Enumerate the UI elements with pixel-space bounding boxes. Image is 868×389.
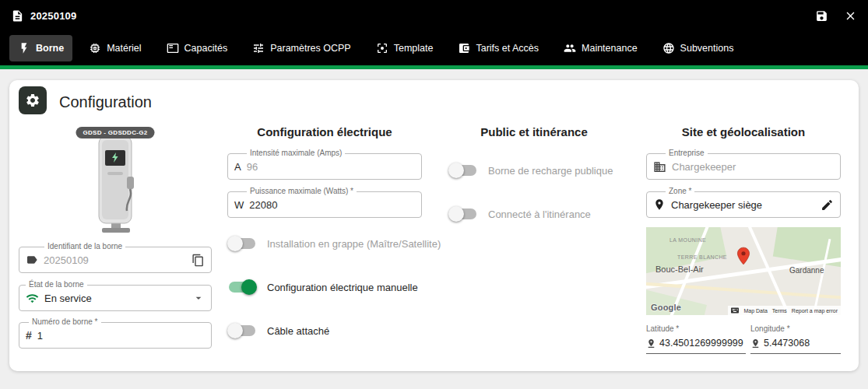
- max-amps-input[interactable]: [247, 161, 415, 173]
- zone-field[interactable]: Zone *: [646, 191, 841, 218]
- tab-maintenance[interactable]: Maintenance: [555, 35, 646, 61]
- titlebar-left: 20250109: [11, 9, 76, 23]
- toggle-thumb: [448, 163, 464, 178]
- pin-drop-icon: [646, 338, 656, 349]
- accent-bar: [0, 65, 868, 69]
- longitude-field[interactable]: Longitude *: [750, 324, 841, 354]
- state-label: État de la borne: [26, 280, 87, 289]
- max-watts-field[interactable]: Puissance maximale (Watts) * W: [227, 191, 422, 218]
- people-icon: [564, 42, 576, 54]
- state-select[interactable]: État de la borne: [19, 285, 212, 311]
- hash-icon: #: [26, 329, 32, 342]
- tab-subventions[interactable]: Subventions: [654, 35, 743, 61]
- map-data-link[interactable]: Map Data: [743, 308, 767, 314]
- keyboard-icon: [731, 307, 739, 314]
- map-pin-icon[interactable]: [733, 246, 754, 266]
- toggle-thumb: [227, 323, 243, 338]
- map-town-label: Bouc-Bel-Air: [655, 265, 704, 274]
- copy-icon[interactable]: [192, 254, 205, 267]
- tab-bar: Borne Matériel Capacités Paramètres OCPP…: [0, 31, 868, 65]
- cluster-toggle-label: Installation en grappe (Maître/Satellite…: [267, 238, 441, 250]
- longitude-label: Longitude *: [750, 324, 841, 333]
- place-icon: [653, 198, 666, 211]
- report-map-error-link[interactable]: Report a map error: [792, 308, 838, 314]
- globe-icon: [662, 42, 675, 54]
- building-icon: [653, 160, 666, 173]
- latitude-label: Latitude *: [646, 324, 746, 333]
- roaming-heading: Public et itinérance: [441, 125, 627, 138]
- configuration-card: Configuration GDSD - GDSDDC-G2 Identifia…: [9, 80, 859, 371]
- max-watts-input[interactable]: [249, 199, 415, 211]
- max-amps-field[interactable]: Intensité maximale (Amps) A: [227, 153, 422, 180]
- titlebar-right: [815, 9, 857, 23]
- tab-tarifs-acces[interactable]: Tarifs et Accès: [449, 35, 547, 61]
- latitude-input[interactable]: [659, 338, 746, 349]
- map-area-label: LA MOUNINE: [669, 237, 706, 243]
- attached-cable-toggle[interactable]: [229, 325, 255, 336]
- number-input[interactable]: [37, 330, 205, 342]
- manual-config-toggle[interactable]: [229, 282, 255, 293]
- bolt-icon: [18, 42, 30, 54]
- public-charging-toggle[interactable]: [450, 165, 476, 176]
- toggle-thumb: [227, 236, 243, 251]
- longitude-input[interactable]: [764, 338, 841, 349]
- template-icon: [376, 42, 388, 54]
- device-model-badge: GDSD - GDSDDC-G2: [76, 127, 154, 138]
- tag-icon: [26, 254, 38, 266]
- company-input[interactable]: [672, 161, 834, 173]
- attached-cable-toggle-label: Câble attaché: [267, 325, 329, 337]
- tab-label: Matériel: [107, 43, 141, 54]
- zone-label: Zone *: [666, 187, 694, 195]
- site-heading: Site et géolocalisation: [646, 125, 841, 138]
- map-attribution: Map Data Terms Report a map error: [728, 306, 841, 315]
- tab-label: Template: [394, 43, 434, 54]
- amps-unit-prefix: A: [234, 161, 241, 173]
- identifier-input[interactable]: [44, 254, 186, 266]
- public-charging-toggle-label: Borne de recharge publique: [488, 165, 613, 177]
- identifier-label: Identifiant de la borne: [44, 242, 125, 251]
- attached-cable-toggle-row: Câble attaché: [229, 321, 329, 340]
- list-card-icon: [167, 42, 179, 54]
- zone-input[interactable]: [671, 199, 815, 211]
- tab-materiel[interactable]: Matériel: [80, 35, 149, 61]
- save-button[interactable]: [815, 9, 828, 23]
- tab-label: Paramètres OCPP: [270, 43, 351, 54]
- window-title: 20250109: [30, 10, 76, 22]
- map-area-label: TERRE BLANCHE: [677, 254, 727, 260]
- document-icon: [11, 9, 24, 23]
- tab-borne[interactable]: Borne: [9, 35, 72, 61]
- public-charging-toggle-row: Borne de recharge publique: [450, 161, 613, 180]
- cluster-toggle[interactable]: [229, 238, 255, 249]
- latitude-field[interactable]: Latitude *: [646, 324, 746, 354]
- number-field[interactable]: Numéro de borne * #: [19, 322, 212, 349]
- close-button[interactable]: [844, 9, 857, 23]
- company-field[interactable]: Entreprise: [646, 153, 841, 180]
- manual-config-toggle-row: Configuration électrique manuelle: [229, 278, 418, 296]
- manual-config-toggle-label: Configuration électrique manuelle: [267, 282, 418, 293]
- terms-link[interactable]: Terms: [772, 308, 787, 314]
- identifier-field[interactable]: Identifiant de la borne: [19, 247, 212, 273]
- page-title: Configuration: [59, 93, 152, 111]
- toggle-thumb: [448, 206, 464, 222]
- toggle-thumb: [241, 279, 257, 295]
- edit-pencil-icon[interactable]: [821, 198, 834, 212]
- chevron-down-icon[interactable]: [192, 292, 205, 304]
- watts-unit-prefix: W: [234, 199, 244, 211]
- wifi-icon: [26, 292, 39, 305]
- gear-icon: [19, 86, 47, 114]
- tab-capacites[interactable]: Capacités: [158, 35, 237, 61]
- company-label: Entreprise: [666, 149, 708, 157]
- max-watts-label: Puissance maximale (Watts) *: [247, 187, 357, 195]
- tab-label: Subventions: [680, 43, 734, 54]
- roaming-connected-toggle-row: Connecté à l'itinérance: [450, 205, 591, 223]
- wallet-icon: [458, 42, 470, 54]
- roaming-connected-toggle[interactable]: [450, 209, 476, 219]
- pin-drop-icon: [750, 338, 761, 349]
- tab-label: Tarifs et Accès: [476, 43, 539, 54]
- state-input[interactable]: [44, 293, 187, 304]
- map[interactable]: LA MOUNINE TERRE BLANCHE Bouc-Bel-Air Ga…: [646, 227, 841, 315]
- tab-template[interactable]: Template: [367, 35, 442, 61]
- tab-parametres-ocpp[interactable]: Paramètres OCPP: [244, 35, 360, 61]
- roaming-connected-toggle-label: Connecté à l'itinérance: [488, 209, 591, 220]
- map-town-label: Gardanne: [789, 266, 824, 275]
